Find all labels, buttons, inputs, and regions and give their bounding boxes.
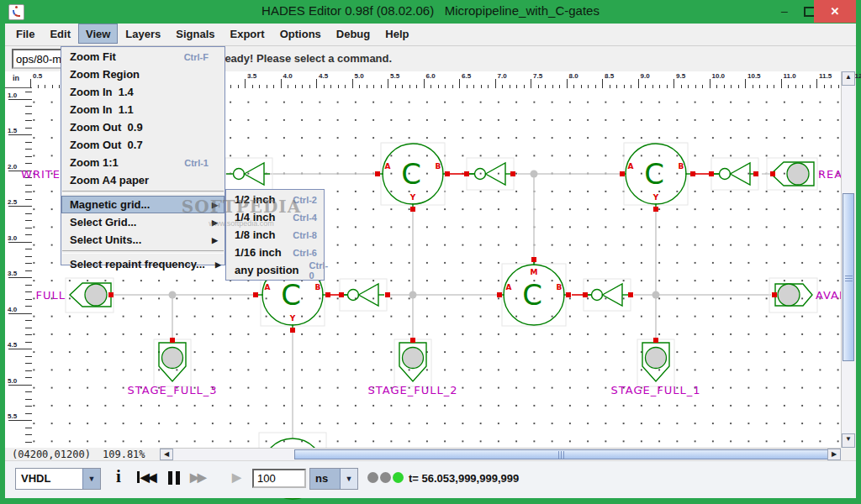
ruler-label: 1.0	[8, 92, 17, 99]
ruler-label: 7.5	[533, 72, 542, 80]
menu-item-select-units[interactable]: Select Units...▶	[61, 231, 224, 249]
menu-item-label: 1/4 inch	[235, 211, 275, 223]
c-gate[interactable]: CABY	[378, 143, 448, 209]
menu-item-select-grid[interactable]: Select Grid...▶	[61, 213, 224, 231]
port-read[interactable]: READ	[767, 158, 852, 190]
pause-button[interactable]	[168, 471, 183, 488]
thumb-grip	[845, 274, 853, 281]
menu-item-1-4-inch[interactable]: 1/4 inchCtrl-4	[226, 208, 324, 226]
menubar-item-file[interactable]: File	[8, 24, 42, 44]
menu-item-zoom-in-1-4[interactable]: Zoom In 1.4	[61, 83, 224, 101]
menubar-item-layers[interactable]: Layers	[118, 24, 168, 44]
combo-arrow-icon[interactable]: ▼	[82, 469, 100, 489]
scroll-up-button[interactable]: ▲	[842, 71, 855, 86]
menu-item-label: Select Grid...	[70, 216, 136, 228]
menu-item-zoom-in-1-1[interactable]: Zoom In 1.1	[61, 101, 224, 118]
time-unit-value: ns	[310, 469, 340, 489]
ruler-label: 5.5	[390, 72, 399, 80]
menubar-item-help[interactable]: Help	[378, 24, 416, 44]
ruler-label: 4.5	[319, 72, 328, 80]
ruler-label: 5.5	[8, 412, 17, 420]
mode-combobox[interactable]: VHDL ▼	[15, 468, 101, 490]
combo-arrow-icon[interactable]: ▼	[340, 469, 357, 489]
port-full[interactable]: FULL	[36, 278, 114, 312]
submenu-arrow-icon: ▶	[209, 236, 218, 244]
menu-item-zoom-region[interactable]: Zoom Region	[61, 66, 224, 83]
port-label-write: WRITE	[21, 168, 61, 181]
menu-item-zoom-out-0-9[interactable]: Zoom Out 0.9	[61, 118, 224, 136]
menu-item-label: Zoom Fit	[70, 50, 116, 63]
c-gate[interactable]: CABM	[499, 260, 569, 326]
menubar: FileEditViewLayersSignalsExportOptionsDe…	[5, 24, 856, 46]
inverter[interactable]	[711, 158, 758, 190]
scroll-down-button[interactable]: ▼	[842, 433, 855, 448]
port-write[interactable]: WRITE	[21, 168, 61, 181]
menubar-item-options[interactable]: Options	[272, 24, 329, 44]
port-stage-full[interactable]: STAGE_FULL_1	[611, 339, 701, 396]
submenu-arrow-icon: ▶	[209, 201, 218, 209]
menu-item-label: Magnetic grid...	[70, 198, 150, 211]
stage-label: STAGE_FULL_3	[128, 384, 218, 396]
fast-forward-button[interactable]: ▶▶	[190, 470, 205, 484]
scroll-left-button[interactable]: ◀	[160, 449, 173, 460]
inverter[interactable]	[584, 279, 631, 311]
menu-item-1-2-inch[interactable]: 1/2 inchCtrl-2	[226, 191, 324, 208]
ruler-label: 6.0	[426, 72, 436, 80]
vertical-scroll-thumb[interactable]	[843, 193, 854, 361]
menubar-item-edit[interactable]: Edit	[42, 24, 78, 44]
close-button[interactable]: ✕	[814, 0, 856, 23]
inverter[interactable]	[340, 279, 387, 311]
menubar-item-view[interactable]: View	[78, 24, 118, 44]
menu-item-label: any position	[235, 264, 299, 276]
run-button[interactable]: ▶	[232, 470, 241, 484]
ruler-label: 2.0	[8, 163, 17, 171]
pause-icon	[176, 471, 180, 485]
horizontal-scrollbar[interactable]: ◀ ▶	[160, 448, 841, 460]
rewind-glyph: ◀◀	[140, 470, 156, 484]
menu-item-label: Select Units...	[70, 234, 141, 246]
menu-shortcut: Ctrl-1	[174, 158, 209, 168]
menubar-item-signals[interactable]: Signals	[168, 24, 222, 44]
menu-item-zoom-fit[interactable]: Zoom FitCtrl-F	[61, 48, 224, 66]
ruler-label: 8.0	[569, 72, 578, 80]
port-stage-full[interactable]: STAGE_FULL_2	[368, 339, 458, 396]
menu-item-zoom-a4-paper[interactable]: Zoom A4 paper	[61, 171, 224, 189]
port-stage-full[interactable]: STAGE_FULL_3	[128, 339, 218, 396]
vertical-ruler: 1.01.52.02.53.03.54.04.55.05.5	[5, 88, 32, 448]
menubar-item-export[interactable]: Export	[223, 24, 272, 44]
menubar-item-debug[interactable]: Debug	[329, 24, 378, 44]
inverter[interactable]	[467, 158, 514, 190]
menu-item-1-8-inch[interactable]: 1/8 inchCtrl-8	[226, 226, 324, 244]
ruler-label: 7.0	[498, 72, 507, 80]
pin-label-y: Y	[652, 193, 659, 202]
pin-label-a: A	[628, 162, 634, 171]
menu-item-zoom-out-0-7[interactable]: Zoom Out 0.7	[61, 136, 224, 154]
minimize-button[interactable]: –	[772, 0, 797, 23]
simulation-time: t= 56.053,999,999,999	[409, 472, 519, 485]
menu-item-label: Zoom In 1.4	[70, 86, 134, 98]
scroll-right-button[interactable]: ▶	[827, 449, 841, 460]
ruler-label: 12	[855, 72, 861, 80]
horizontal-scroll-thumb[interactable]	[294, 449, 828, 459]
menu-item-label: Zoom Region	[70, 68, 140, 81]
port-avail[interactable]: AVAIL	[769, 278, 850, 312]
pin-label-y: Y	[289, 314, 296, 323]
menu-item-zoom-1-1[interactable]: Zoom 1:1Ctrl-1	[61, 154, 224, 171]
status-led-green	[393, 472, 404, 483]
simulation-step-field[interactable]	[252, 469, 306, 488]
menu-item-1-16-inch[interactable]: 1/16 inchCtrl-6	[226, 244, 324, 261]
inverter[interactable]	[225, 158, 272, 190]
vertical-scrollbar[interactable]: ▲ ▼	[841, 71, 854, 448]
rewind-button[interactable]: ◀◀	[137, 470, 156, 484]
gate-letter: C	[281, 278, 301, 312]
menu-item-any-position[interactable]: any positionCtrl-0	[226, 261, 324, 279]
info-button[interactable]: i	[116, 466, 121, 487]
time-unit-combobox[interactable]: ns ▼	[309, 468, 358, 490]
window-border-bottom	[0, 497, 861, 504]
window-border-right	[856, 24, 861, 504]
menu-item-select-repaint-frequency[interactable]: Select repaint frequency...▶	[61, 255, 224, 273]
c-gate[interactable]: CABY	[621, 143, 691, 209]
zoom-level: 109.81%	[103, 449, 145, 460]
ruler-label: 9.5	[676, 72, 685, 80]
menu-item-magnetic-grid[interactable]: Magnetic grid...▶	[61, 196, 224, 213]
